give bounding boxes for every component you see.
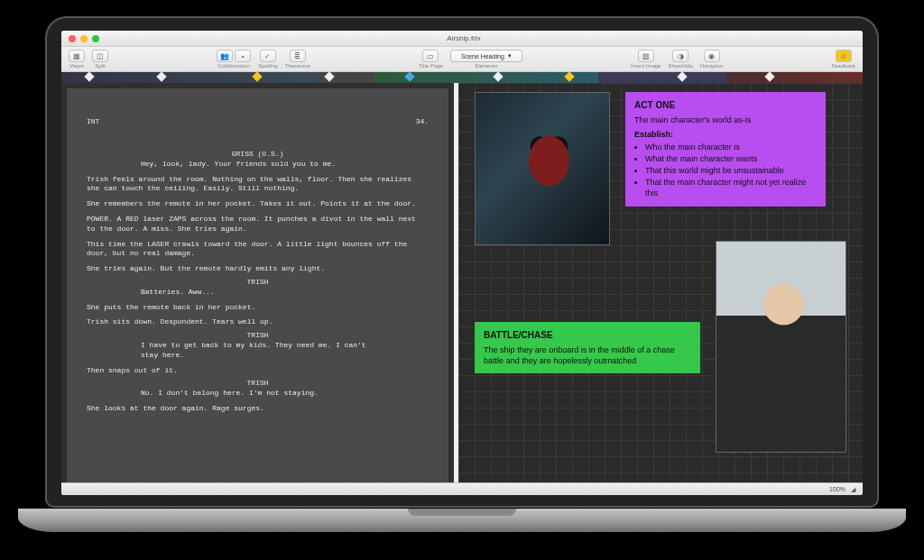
act-one-card[interactable]: ACT ONE The main character's world as-is… xyxy=(625,92,826,207)
views-button[interactable]: ▦ xyxy=(69,50,85,62)
script-char[interactable]: TRISH xyxy=(87,331,429,341)
act-one-bullet: Who the main character is xyxy=(645,142,817,152)
laptop-base xyxy=(18,509,906,532)
screen-bezel: Airship.fdx ▦ Views ◫ Split xyxy=(45,16,879,508)
minimize-icon[interactable] xyxy=(80,35,88,42)
elements-value: Scene Heading xyxy=(461,53,504,60)
elements-label: Elements xyxy=(475,63,497,69)
act-one-bullet: That the main character might not yet re… xyxy=(645,177,817,198)
toolbar: ▦ Views ◫ Split 👥 • Collaborati xyxy=(61,47,863,72)
scene-timeline[interactable] xyxy=(61,72,863,83)
slugline: INT xyxy=(87,117,99,127)
thesaurus-button[interactable]: ≣ xyxy=(290,50,306,62)
script-act[interactable]: Then snaps out of it. xyxy=(87,366,429,376)
battle-title: BATTLE/CHASE xyxy=(484,329,691,342)
workspace-split: INT 34. GRISS (O.S.)Hey, look, lady. You… xyxy=(61,83,863,482)
thesaurus-label: Thesaurus xyxy=(285,63,310,69)
beat-board[interactable]: ACT ONE The main character's world as-is… xyxy=(454,83,863,482)
split-button[interactable]: ◫ xyxy=(92,50,108,62)
establish-label: Establish: xyxy=(634,130,673,139)
window-titlebar: Airship.fdx xyxy=(61,31,863,47)
feedback-label: Feedback xyxy=(832,63,855,69)
script-dlg[interactable]: Batteries. Aww... xyxy=(141,288,374,298)
script-act[interactable]: She remembers the remote in her pocket. … xyxy=(87,199,429,209)
title-page-label: Title Page xyxy=(419,63,443,69)
act-one-bullet: What the main character wants xyxy=(645,153,817,164)
page-number: 34. xyxy=(416,117,429,127)
split-label: Split xyxy=(95,63,106,69)
elements-select[interactable]: Scene Heading ▾ xyxy=(450,50,522,62)
title-page-button[interactable]: ▭ xyxy=(422,50,439,62)
resize-grip-icon[interactable]: ◢ xyxy=(851,486,855,493)
script-act[interactable]: She looks at the door again. Rage surges… xyxy=(87,404,429,414)
collaboration-button-b[interactable]: • xyxy=(235,50,251,62)
zoom-icon[interactable] xyxy=(92,35,99,42)
showhide-label: ShowHide xyxy=(668,63,692,69)
laptop-notch xyxy=(408,509,516,516)
script-char[interactable]: TRISH xyxy=(87,278,429,288)
window-controls xyxy=(69,35,99,42)
spelling-button[interactable]: ✓ xyxy=(260,50,276,62)
showhide-button[interactable]: ◑ xyxy=(672,50,688,62)
script-act[interactable]: Trish feels around the room. Nothing on … xyxy=(87,175,429,195)
script-dlg[interactable]: Hey, look, lady. Your friends sold you t… xyxy=(141,160,374,170)
zoom-level: 100% xyxy=(829,486,845,492)
script-act[interactable]: She puts the remote back in her pocket. xyxy=(87,303,429,313)
battle-chase-card[interactable]: BATTLE/CHASE The ship they are onboard i… xyxy=(475,322,700,373)
act-one-subtitle: The main character's world as-is xyxy=(634,115,817,125)
script-char[interactable]: TRISH xyxy=(87,379,429,389)
laptop-mockup: Airship.fdx ▦ Views ◫ Split xyxy=(45,16,879,521)
window-title: Airship.fdx xyxy=(99,34,828,42)
status-bar: 100% ◢ xyxy=(61,482,863,495)
collaboration-button[interactable]: 👥 xyxy=(217,50,233,62)
script-act[interactable]: This time the LASER crawls toward the do… xyxy=(87,240,429,260)
views-label: Views xyxy=(69,63,84,69)
chevron-down-icon: ▾ xyxy=(508,52,512,60)
app-window: Airship.fdx ▦ Views ◫ Split xyxy=(61,31,863,495)
script-pane[interactable]: INT 34. GRISS (O.S.)Hey, look, lady. You… xyxy=(61,83,454,482)
board-image-2[interactable] xyxy=(716,241,846,453)
battle-body: The ship they are onboard is in the midd… xyxy=(484,344,691,366)
script-char[interactable]: GRISS (O.S.) xyxy=(87,150,429,160)
navigator-button[interactable]: ◉ xyxy=(704,50,720,62)
script-act[interactable]: Trish sits down. Despondent. Tears well … xyxy=(87,317,429,327)
script-act[interactable]: She tries again. But the remote hardly e… xyxy=(87,264,429,274)
act-one-title: ACT ONE xyxy=(634,99,817,112)
collaboration-label: Collaboration xyxy=(218,63,250,69)
script-dlg[interactable]: I have to get back to my kids. They need… xyxy=(141,341,374,361)
act-one-bullets: Who the main character isWhat the main c… xyxy=(634,142,817,199)
spelling-label: Spelling xyxy=(258,63,277,69)
feedback-button[interactable]: ☺ xyxy=(836,50,852,62)
act-one-bullet: That this world might be unsustainable xyxy=(645,165,817,176)
insert-image-label: Insert Image xyxy=(631,63,661,69)
navigator-label: Navigator xyxy=(700,63,724,69)
script-act[interactable]: POWER. A RED laser ZAPS across the room.… xyxy=(87,215,429,234)
board-image-1[interactable] xyxy=(475,92,610,245)
script-page[interactable]: INT 34. GRISS (O.S.)Hey, look, lady. You… xyxy=(67,88,448,482)
close-icon[interactable] xyxy=(69,35,76,42)
insert-image-button[interactable]: ▧ xyxy=(638,50,654,62)
script-dlg[interactable]: No. I don't belong here. I'm not staying… xyxy=(141,389,374,399)
